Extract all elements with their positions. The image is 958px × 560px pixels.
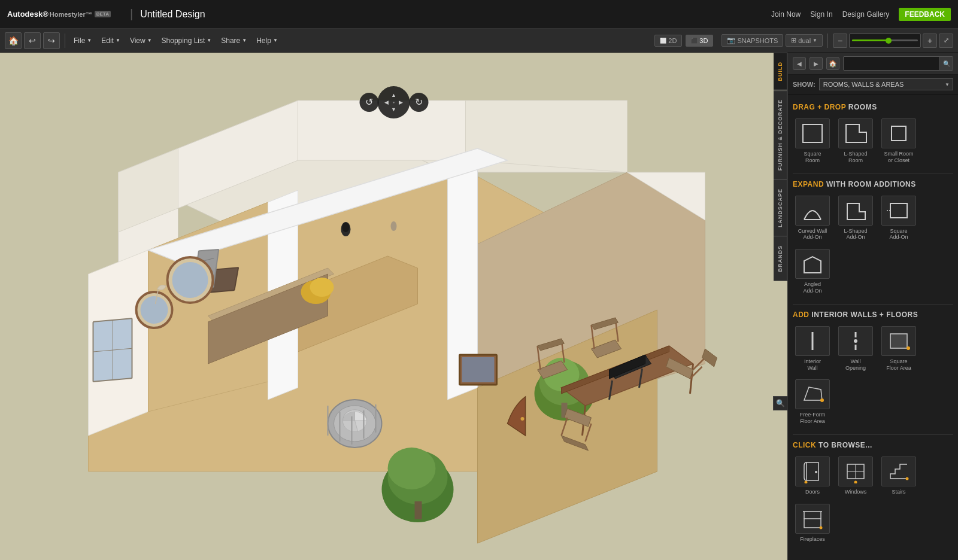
panel-search-icon[interactable]: 🔍	[773, 396, 787, 410]
fireplaces-card[interactable]: Fireplaces	[793, 501, 832, 545]
nav-arrows-grid: ▲ ◀ ● ▶ ▼	[383, 92, 405, 113]
nav-arrow-s[interactable]: ▼	[390, 106, 398, 113]
l-shaped-addon-icon	[842, 199, 869, 223]
snapshots-btn[interactable]: 📷 SNAPSHOTS	[721, 34, 783, 47]
square-floor-label: SquareFloor Area	[886, 358, 911, 372]
main-area: ↺ ↻ ▲ ◀ ● ▶ ▼	[0, 53, 958, 560]
file-menu-btn[interactable]: File ▼	[70, 34, 95, 47]
l-shaped-room-card[interactable]: L-ShapedRoom	[836, 116, 875, 166]
svg-point-95	[907, 346, 910, 350]
nav-arrow-w[interactable]: ◀	[383, 99, 390, 106]
share-menu-arrow: ▼	[242, 38, 247, 43]
square-floor-card[interactable]: SquareFloor Area	[879, 324, 918, 374]
nav-arrow-ne	[398, 92, 405, 99]
stairs-card[interactable]: Stairs	[879, 454, 918, 498]
design-gallery-link[interactable]: Design Gallery	[842, 10, 890, 19]
svg-rect-84	[892, 126, 906, 141]
nav-arrow-n[interactable]: ▲	[390, 92, 398, 99]
doors-icon	[799, 459, 826, 483]
feedback-button[interactable]: FEEDBACK	[899, 8, 951, 21]
panel-search-submit[interactable]: 🔍	[939, 57, 953, 70]
windows-card[interactable]: Windows	[836, 454, 875, 498]
small-room-icon-box	[881, 118, 916, 148]
l-shaped-room-label: L-ShapedRoom	[844, 151, 867, 164]
l-shaped-room-icon-box	[838, 118, 873, 148]
main-toolbar: 🏠 ↩ ↪ File ▼ Edit ▼ View ▼ Shopping List…	[0, 29, 958, 53]
canvas-area[interactable]: ↺ ↻ ▲ ◀ ● ▶ ▼	[0, 53, 787, 560]
share-menu-btn[interactable]: Share ▼	[217, 34, 250, 47]
view-3d-btn[interactable]: ⬛ 3D	[686, 35, 713, 47]
edit-menu-btn[interactable]: Edit ▼	[98, 34, 124, 47]
panel-forward-btn[interactable]: ▶	[810, 57, 823, 70]
wall-opening-icon-box	[838, 326, 873, 356]
top-bar: Autodesk® Homestyler™ BETA | Untitled De…	[0, 0, 958, 29]
doors-card[interactable]: Doors	[793, 454, 832, 498]
wall-opening-icon	[842, 329, 869, 353]
l-shaped-addon-card[interactable]: L-ShapedAdd-On	[836, 193, 875, 244]
curved-wall-card[interactable]: Curved WallAdd-On	[793, 193, 832, 244]
rotate-right-btn[interactable]: ↻	[409, 93, 428, 112]
svg-marker-89	[804, 257, 821, 273]
angled-addon-icon	[799, 252, 826, 276]
panel-header: ◀ ▶ 🏠 🔍	[788, 53, 958, 75]
tab-brands[interactable]: BRANDS	[774, 236, 787, 281]
product-name: Homestyler™	[50, 11, 92, 18]
zoom-fill	[852, 39, 889, 41]
design-title[interactable]: Untitled Design	[140, 9, 205, 20]
zoom-in-btn[interactable]: +	[923, 34, 937, 48]
nav-arrow-e[interactable]: ▶	[398, 99, 405, 106]
nav-center-btn[interactable]: ▲ ◀ ● ▶ ▼	[378, 86, 410, 118]
fireplaces-icon-box	[795, 504, 830, 534]
shopping-list-menu-btn[interactable]: Shopping List ▼	[158, 34, 216, 47]
tab-furnish[interactable]: FURNISH & DECORATE	[774, 90, 787, 179]
square-addon-card[interactable]: SquareAdd-On	[879, 193, 918, 244]
section-drag-drop-rooms-header: DRAG + DROP ROOMS	[793, 103, 953, 111]
interior-wall-icon	[799, 329, 826, 353]
svg-rect-107	[804, 519, 821, 528]
wall-opening-card[interactable]: WallOpening	[836, 324, 875, 374]
title-separator: |	[130, 7, 133, 21]
panel-tabs-vertical: BUILD FURNISH & DECORATE LANDSCAPE BRAND…	[774, 53, 787, 281]
svg-point-77	[310, 278, 334, 297]
small-room-card[interactable]: Small Roomor Closet	[879, 116, 918, 166]
angled-addon-card[interactable]: AngledAdd-On	[793, 246, 832, 297]
zoom-out-btn[interactable]: −	[833, 34, 847, 48]
curved-wall-icon	[799, 199, 826, 223]
tab-build[interactable]: BUILD	[774, 53, 787, 90]
freeform-floor-card[interactable]: Free-FormFloor Area	[793, 377, 832, 427]
tab-landscape[interactable]: LANDSCAPE	[774, 179, 787, 236]
svg-point-80	[521, 417, 525, 421]
svg-rect-44	[415, 501, 422, 519]
undo-btn[interactable]: ↩	[24, 32, 41, 49]
view-2d-btn[interactable]: ⬜ 2D	[654, 35, 682, 47]
show-select[interactable]: ROOMS, WALLS & AREAS ALL FLOORS ONLY	[819, 78, 953, 90]
top-nav-links: Join Now Sign In Design Gallery FEEDBACK	[771, 8, 951, 21]
help-menu-btn[interactable]: Help ▼	[253, 34, 281, 47]
zoom-thumb[interactable]	[886, 38, 892, 44]
panel-back-btn[interactable]: ◀	[793, 57, 806, 70]
square-room-card[interactable]: SquareRoom	[793, 116, 832, 166]
square-floor-icon-box	[881, 326, 916, 356]
panel-home-btn[interactable]: 🏠	[826, 57, 839, 70]
browse-grid: Doors Windows	[793, 454, 953, 545]
home-icon-btn[interactable]: 🏠	[5, 32, 22, 49]
panel-search-input[interactable]	[844, 58, 939, 69]
zoom-slider[interactable]	[849, 34, 921, 48]
sign-in-link[interactable]: Sign In	[810, 10, 832, 19]
fullscreen-btn[interactable]: ⤢	[939, 34, 953, 48]
join-now-link[interactable]: Join Now	[771, 10, 801, 19]
svg-rect-87	[890, 203, 907, 218]
section-browse-header: CLICK TO BROWSE...	[793, 441, 953, 449]
view-menu-arrow: ▼	[147, 38, 152, 43]
svg-point-97	[820, 398, 824, 402]
rotate-left-btn[interactable]: ↺	[359, 93, 378, 112]
file-menu-arrow: ▼	[87, 38, 92, 43]
view-menu-btn[interactable]: View ▼	[126, 34, 156, 47]
small-room-label: Small Roomor Closet	[884, 151, 913, 164]
interior-wall-card[interactable]: InteriorWall	[793, 324, 832, 374]
redo-btn[interactable]: ↪	[43, 32, 60, 49]
nav-arrow-se	[398, 106, 405, 113]
square-room-icon-box	[795, 118, 830, 148]
dual-view-btn[interactable]: ⊞ dual ▼	[786, 34, 823, 47]
l-shaped-addon-label: L-ShapedAdd-On	[844, 228, 867, 241]
